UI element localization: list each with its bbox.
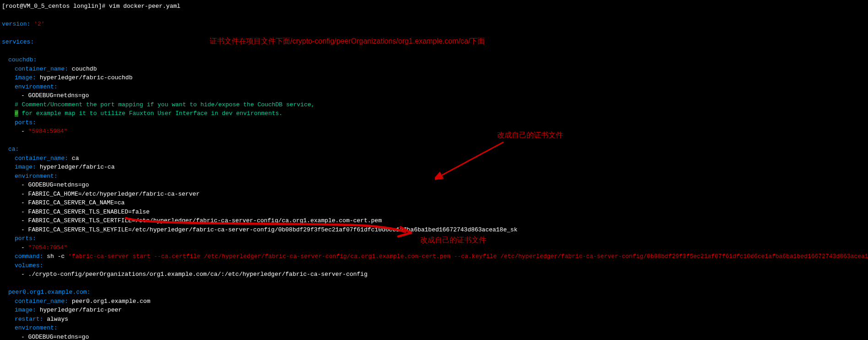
ca-image: image: hyperledger/fabric-ca [2,163,866,172]
shell-prompt: [root@VM_0_5_centos longlin]# vim docker… [2,2,866,11]
ca-command: command: sh -c 'fabric-ca-server start -… [2,252,866,261]
yaml-version: version: '2' [2,20,866,29]
terminal-output: [root@VM_0_5_centos longlin]# vim docker… [2,2,866,340]
ca-env-godebug: - GODEBUG=netdns=go [2,181,866,190]
ca-env-tlsenabled: - FABRIC_CA_SERVER_TLS_ENABLED=false [2,208,866,217]
annotation-right-1: 改成自己的证书文件 [497,130,563,141]
peer0-env-godebug: - GODEBUG=netdns=go [2,333,866,340]
annotation-bottom: 改成自己的证书文件 [420,235,486,246]
peer0-environment: environment: [2,324,866,333]
couchdb-ports: ports: [2,118,866,127]
ca-env-tlscertfile: - FABRIC_CA_SERVER_TLS_CERTFILE=/etc/hyp… [2,216,866,225]
peer0-image: image: hyperledger/fabric-peer [2,306,866,315]
ca-section: ca: [2,145,866,154]
ca-volumes: volumes: [2,261,866,270]
ca-env-home: - FABRIC_CA_HOME=/etc/hyperledger/fabric… [2,190,866,199]
couchdb-environment: environment: [2,82,866,92]
peer0-restart: restart: always [2,315,866,324]
couchdb-image: image: hyperledger/fabric-couchdb [2,73,866,82]
couchdb-section: couchdb: [2,55,866,65]
ca-env-caname: - FABRIC_CA_SERVER_CA_NAME=ca [2,198,866,208]
couchdb-comment1: # Comment/Uncomment the port mapping if … [2,100,866,110]
ca-container-name: container_name: ca [2,154,866,163]
peer0-section: peer0.org1.example.com: [2,288,866,297]
ca-environment: environment: [2,172,866,181]
ca-env-tlskeyfile: - FABRIC_CA_SERVER_TLS_KEYFILE=/etc/hype… [2,225,866,235]
ca-volume-crypto: - ./crypto-config/peerOrganizations/org1… [2,270,866,279]
couchdb-port-5984: - "5984:5984" [2,127,866,136]
couchdb-env-godebug: - GODEBUG=netdns=go [2,91,866,100]
annotation-top: 证书文件在项目文件下面/crypto-config/peerOrganizati… [210,36,485,47]
couchdb-container-name: container_name: couchdb [2,65,866,74]
couchdb-comment2: # for example map it to utilize Fauxton … [2,109,866,118]
peer0-container-name: container_name: peer0.org1.example.com [2,297,866,306]
